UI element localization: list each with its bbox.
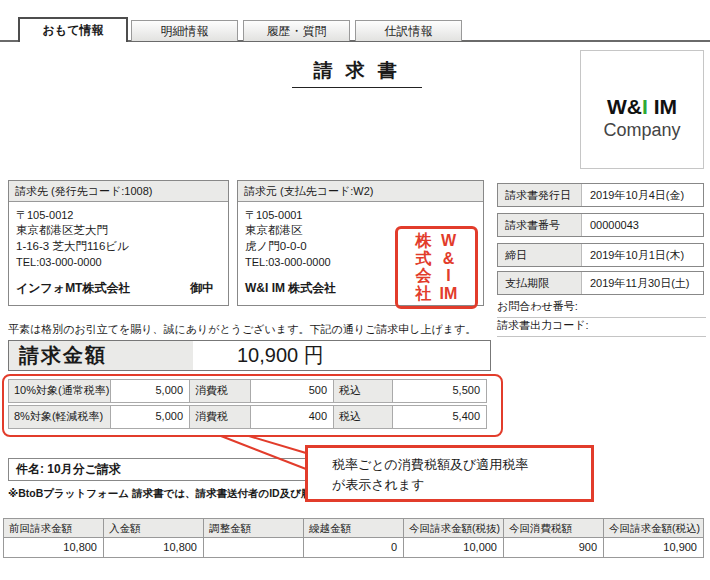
summary-header: 入金額 (103, 518, 204, 538)
tax-rate-callout: 税率ごとの消費税額及び適用税率 が表示されます (305, 445, 594, 502)
greeting-text: 平素は格別のお引立てを賜り、誠にありがとうございます。下記の通りご請求申し上げま… (8, 322, 476, 337)
callout-line1: 税率ごとの消費税額及び適用税率 (332, 455, 591, 475)
billing-from-header: 請求元 (支払先コード:W2) (238, 181, 483, 202)
logo-subtitle: Company (581, 120, 703, 141)
billing-to-company: インフォMT株式会社 (16, 280, 130, 297)
closing-date-label: 締日 (498, 244, 582, 266)
summary-value: 10,000 (403, 537, 504, 558)
summary-value: 10,800 (3, 537, 104, 558)
consumption-tax-value: 400 (250, 405, 334, 429)
billing-to-honorific: 御中 (190, 280, 214, 297)
total-amount-label: 請求金額 (9, 341, 193, 370)
summary-value: 0 (303, 537, 404, 558)
billing-to-tel: TEL:03-000-0000 (16, 255, 222, 270)
invoice-number-value: 00000043 (582, 214, 703, 236)
summary-header-row: 前回請求金額 入金額 調整金額 繰越金額 今回請求金額(税抜) 今回消費税額 今… (3, 518, 707, 538)
invoice-page: おもて情報 明細情報 履歴・質問 仕訳情報 請 求 書 W&I IM Compa… (0, 0, 710, 580)
company-logo: W&I IM Company (580, 50, 704, 169)
issue-date-value: 2019年10月4日(金) (582, 184, 703, 206)
billing-to-box: 請求先 (発行先コード:1008) 〒105-0012 東京都港区芝大門 1-1… (8, 180, 229, 306)
page-title: 請 求 書 (292, 58, 422, 88)
summary-value: 10,900 (603, 537, 704, 558)
invoice-number-row: 請求書番号 00000043 (497, 213, 704, 237)
stamp-latin-column: W & I IM (440, 233, 458, 302)
invoice-output-code-field: 請求書出力コード: (497, 318, 706, 337)
tax-included-label: 税込 (333, 405, 393, 429)
total-amount-box: 請求金額 10,900 円 (8, 340, 491, 371)
tab-label: 明細情報 (161, 23, 209, 40)
invoice-number-label: 請求書番号 (498, 214, 582, 236)
billing-from-company: W&I IM 株式会社 (245, 280, 336, 297)
summary-value: 10,800 (103, 537, 204, 558)
tab-label: おもて情報 (43, 22, 104, 39)
table-row: 10%対象(通常税率) 5,000 消費税 500 税込 5,500 (8, 379, 491, 403)
summary-value: 900 (503, 537, 604, 558)
consumption-tax-label: 消費税 (189, 379, 251, 403)
closing-date-value: 2019年10月1日(木) (582, 244, 703, 266)
table-row: 8%対象(軽減税率) 5,000 消費税 400 税込 5,400 (8, 405, 491, 429)
callout-line2: が表示されます (332, 475, 591, 495)
payment-due-label: 支払期限 (498, 272, 582, 294)
summary-header: 繰越金額 (303, 518, 404, 538)
inquiry-number-field: お問合わせ番号: (497, 299, 706, 318)
tax-rate-label: 8%対象(軽減税率) (8, 405, 111, 429)
billing-to-address1: 東京都港区芝大門 (16, 223, 222, 239)
tax-rate-label: 10%対象(通常税率) (8, 379, 111, 403)
total-amount-value: 10,900 円 (193, 341, 324, 370)
tax-breakdown-table: 10%対象(通常税率) 5,000 消費税 500 税込 5,500 8%対象(… (8, 379, 491, 429)
tab-history-question[interactable]: 履歴・質問 (243, 20, 350, 41)
summary-value (203, 537, 304, 558)
tab-label: 履歴・質問 (267, 23, 327, 40)
tab-detail-info[interactable]: 明細情報 (131, 20, 238, 41)
tax-base-value: 5,000 (110, 379, 190, 403)
summary-header: 調整金額 (203, 518, 304, 538)
issue-date-label: 請求書発行日 (498, 184, 582, 206)
tax-included-label: 税込 (333, 379, 393, 403)
tax-included-value: 5,400 (392, 405, 487, 429)
billing-from-box: 請求元 (支払先コード:W2) 〒105-0001 東京都港区 虎ノ門0-0-0… (237, 180, 484, 306)
consumption-tax-value: 500 (250, 379, 334, 403)
tax-included-value: 5,500 (392, 379, 487, 403)
company-seal-stamp: 株 式 会 社 W & I IM (395, 226, 478, 309)
billing-from-postal: 〒105-0001 (245, 208, 477, 223)
logo-brand-text: W&I IM (581, 95, 703, 119)
payment-due-value: 2019年11月30日(土) (582, 272, 703, 294)
summary-value-row: 10,800 10,800 0 10,000 900 10,900 (3, 538, 707, 558)
issue-date-row: 請求書発行日 2019年10月4日(金) (497, 183, 704, 207)
summary-header: 今回請求金額(税抜) (403, 518, 504, 538)
stamp-kanji-column: 株 式 会 社 (416, 233, 432, 302)
summary-header: 今回消費税額 (503, 518, 604, 538)
summary-header: 前回請求金額 (3, 518, 104, 538)
tab-omote-info[interactable]: おもて情報 (18, 17, 128, 42)
billing-to-address2: 1-16-3 芝大門116ビル (16, 239, 222, 255)
closing-date-row: 締日 2019年10月1日(木) (497, 243, 704, 267)
summary-header: 今回請求金額(税込) (603, 518, 704, 538)
footnote-text: ※BtoBプラットフォーム 請求書では、請求書送付者のID及び履歴情報保 (8, 487, 307, 501)
payment-due-row: 支払期限 2019年11月30日(土) (497, 271, 704, 295)
tax-base-value: 5,000 (110, 405, 190, 429)
tab-journal-info[interactable]: 仕訳情報 (355, 20, 462, 41)
tab-label: 仕訳情報 (385, 23, 433, 40)
billing-to-header: 請求先 (発行先コード:1008) (9, 181, 228, 202)
amount-summary-table: 前回請求金額 入金額 調整金額 繰越金額 今回請求金額(税抜) 今回消費税額 今… (3, 518, 707, 558)
billing-to-postal: 〒105-0012 (16, 208, 222, 223)
consumption-tax-label: 消費税 (189, 405, 251, 429)
